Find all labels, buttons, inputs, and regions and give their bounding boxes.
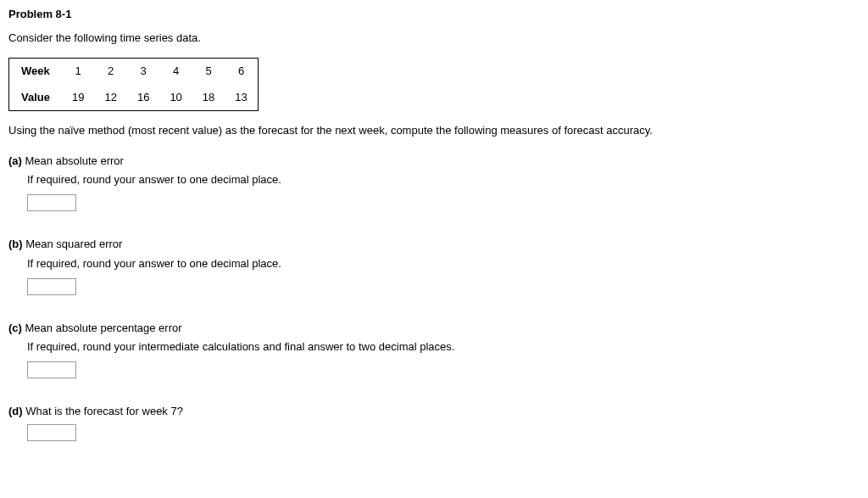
part-c-title: Mean absolute percentage error (25, 322, 182, 334)
row-label-value: Value (9, 85, 62, 111)
part-c-note: If required, round your intermediate cal… (27, 339, 860, 355)
table-cell: 12 (94, 85, 126, 111)
part-a-note: If required, round your answer to one de… (27, 172, 860, 187)
data-table: Week 1 2 3 4 5 6 Value 19 12 16 10 18 13 (8, 58, 259, 110)
part-b-input[interactable] (27, 278, 76, 295)
part-c-header: (c) Mean absolute percentage error (8, 321, 860, 336)
part-a-title: Mean absolute error (25, 154, 124, 167)
row-label-week: Week (9, 59, 62, 85)
table-cell: 13 (225, 85, 258, 111)
problem-title: Problem 8-1 (8, 7, 860, 22)
part-b-label: (b) (8, 238, 23, 250)
table-cell: 4 (159, 59, 192, 85)
table-cell: 16 (127, 85, 159, 111)
part-b-note: If required, round your answer to one de… (27, 256, 860, 271)
table-cell: 5 (192, 59, 225, 85)
part-b-header: (b) Mean squared error (8, 237, 860, 252)
part-d: (d) What is the forecast for week 7? (8, 404, 860, 441)
instruction-text: Using the naïve method (most recent valu… (8, 123, 860, 138)
table-cell: 10 (159, 85, 192, 111)
part-a-header: (a) Mean absolute error (8, 154, 860, 169)
table-cell: 3 (127, 59, 159, 85)
table-cell: 6 (225, 59, 258, 85)
part-a-label: (a) (8, 154, 22, 167)
table-cell: 19 (62, 85, 94, 111)
part-c: (c) Mean absolute percentage error If re… (8, 321, 860, 378)
part-d-input[interactable] (27, 424, 76, 441)
table-row: Week 1 2 3 4 5 6 (9, 59, 259, 85)
part-b: (b) Mean squared error If required, roun… (8, 237, 860, 294)
intro-text: Consider the following time series data. (8, 31, 860, 46)
part-a-input[interactable] (27, 194, 76, 211)
table-row: Value 19 12 16 10 18 13 (9, 85, 259, 111)
part-d-label: (d) (8, 405, 23, 417)
part-c-input[interactable] (27, 361, 76, 378)
part-a: (a) Mean absolute error If required, rou… (8, 154, 860, 211)
part-c-label: (c) (8, 322, 22, 334)
table-cell: 2 (94, 59, 126, 85)
part-d-title: What is the forecast for week 7? (25, 405, 183, 417)
table-cell: 18 (192, 85, 225, 111)
part-b-title: Mean squared error (25, 238, 122, 250)
table-cell: 1 (62, 59, 94, 85)
part-d-header: (d) What is the forecast for week 7? (8, 404, 860, 419)
